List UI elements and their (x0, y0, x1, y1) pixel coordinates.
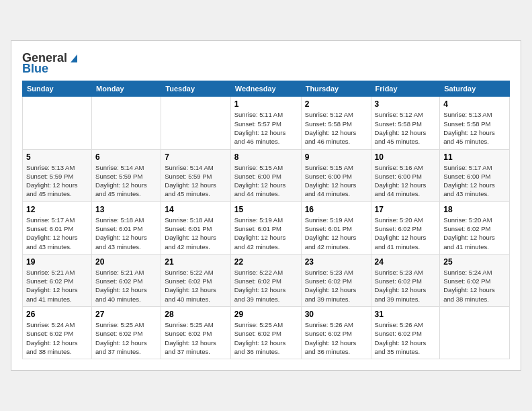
calendar-week-0: 1Sunrise: 5:11 AM Sunset: 5:57 PM Daylig… (23, 97, 510, 149)
calendar-week-3: 19Sunrise: 5:21 AM Sunset: 6:02 PM Dayli… (23, 254, 510, 306)
day-info: Sunrise: 5:17 AM Sunset: 6:01 PM Dayligh… (26, 216, 88, 251)
calendar-cell: 11Sunrise: 5:17 AM Sunset: 6:00 PM Dayli… (440, 149, 510, 201)
calendar-cell (92, 97, 161, 149)
day-number: 4 (443, 99, 506, 109)
calendar-cell: 24Sunrise: 5:23 AM Sunset: 6:02 PM Dayli… (371, 254, 440, 306)
calendar-header: General Blue (22, 52, 510, 76)
calendar-cell: 25Sunrise: 5:24 AM Sunset: 6:02 PM Dayli… (440, 254, 510, 306)
calendar-cell: 28Sunrise: 5:25 AM Sunset: 6:02 PM Dayli… (161, 307, 230, 359)
day-info: Sunrise: 5:18 AM Sunset: 6:01 PM Dayligh… (165, 216, 226, 251)
calendar-cell: 29Sunrise: 5:25 AM Sunset: 6:02 PM Dayli… (230, 307, 301, 359)
calendar-grid: SundayMondayTuesdayWednesdayThursdayFrid… (22, 81, 510, 359)
day-number: 8 (234, 152, 298, 162)
day-number: 17 (375, 205, 437, 214)
calendar-cell: 16Sunrise: 5:19 AM Sunset: 6:01 PM Dayli… (301, 201, 371, 254)
day-number: 19 (26, 257, 88, 267)
day-info: Sunrise: 5:14 AM Sunset: 5:59 PM Dayligh… (165, 163, 226, 199)
day-info: Sunrise: 5:16 AM Sunset: 6:00 PM Dayligh… (375, 163, 437, 199)
calendar-week-1: 5Sunrise: 5:13 AM Sunset: 5:59 PM Daylig… (23, 149, 510, 201)
day-number: 20 (95, 257, 157, 267)
day-info: Sunrise: 5:22 AM Sunset: 6:02 PM Dayligh… (234, 268, 298, 304)
day-info: Sunrise: 5:24 AM Sunset: 6:02 PM Dayligh… (443, 268, 506, 304)
day-number: 18 (443, 205, 506, 214)
day-info: Sunrise: 5:12 AM Sunset: 5:58 PM Dayligh… (305, 110, 367, 146)
calendar-cell: 22Sunrise: 5:22 AM Sunset: 6:02 PM Dayli… (230, 254, 301, 306)
weekday-header-monday: Monday (92, 81, 161, 97)
weekday-header-thursday: Thursday (301, 81, 371, 97)
weekday-header-row: SundayMondayTuesdayWednesdayThursdayFrid… (23, 81, 510, 97)
calendar-cell: 5Sunrise: 5:13 AM Sunset: 5:59 PM Daylig… (23, 149, 92, 201)
day-info: Sunrise: 5:22 AM Sunset: 6:02 PM Dayligh… (165, 268, 226, 304)
calendar-cell: 30Sunrise: 5:26 AM Sunset: 6:02 PM Dayli… (301, 307, 371, 359)
calendar-cell: 31Sunrise: 5:26 AM Sunset: 6:02 PM Dayli… (371, 307, 440, 359)
weekday-header-sunday: Sunday (23, 81, 92, 97)
day-number: 15 (234, 205, 298, 214)
day-number: 2 (305, 99, 367, 109)
calendar-cell: 23Sunrise: 5:23 AM Sunset: 6:02 PM Dayli… (301, 254, 371, 306)
day-info: Sunrise: 5:13 AM Sunset: 5:58 PM Dayligh… (443, 110, 506, 146)
day-number: 11 (443, 152, 506, 162)
day-info: Sunrise: 5:19 AM Sunset: 6:01 PM Dayligh… (234, 216, 298, 251)
calendar-cell: 18Sunrise: 5:20 AM Sunset: 6:02 PM Dayli… (440, 201, 510, 254)
day-info: Sunrise: 5:23 AM Sunset: 6:02 PM Dayligh… (305, 268, 367, 304)
calendar-cell: 1Sunrise: 5:11 AM Sunset: 5:57 PM Daylig… (230, 97, 301, 149)
day-info: Sunrise: 5:19 AM Sunset: 6:01 PM Dayligh… (305, 216, 367, 251)
day-number: 14 (165, 205, 226, 214)
day-number: 16 (305, 205, 367, 214)
calendar-cell: 10Sunrise: 5:16 AM Sunset: 6:00 PM Dayli… (371, 149, 440, 201)
day-info: Sunrise: 5:12 AM Sunset: 5:58 PM Dayligh… (375, 110, 437, 146)
day-info: Sunrise: 5:17 AM Sunset: 6:00 PM Dayligh… (443, 163, 506, 199)
calendar-cell: 19Sunrise: 5:21 AM Sunset: 6:02 PM Dayli… (23, 254, 92, 306)
calendar-container: General Blue SundayMondayTuesdayWednesda… (11, 40, 521, 371)
day-number: 27 (95, 310, 157, 319)
day-info: Sunrise: 5:20 AM Sunset: 6:02 PM Dayligh… (443, 216, 506, 251)
day-info: Sunrise: 5:15 AM Sunset: 6:00 PM Dayligh… (305, 163, 367, 199)
calendar-cell (440, 307, 510, 359)
day-info: Sunrise: 5:24 AM Sunset: 6:02 PM Dayligh… (26, 320, 88, 356)
weekday-header-tuesday: Tuesday (161, 81, 230, 97)
svg-marker-0 (71, 54, 77, 62)
day-info: Sunrise: 5:23 AM Sunset: 6:02 PM Dayligh… (375, 268, 437, 304)
logo: General Blue (22, 52, 80, 76)
calendar-cell: 2Sunrise: 5:12 AM Sunset: 5:58 PM Daylig… (301, 97, 371, 149)
calendar-cell: 9Sunrise: 5:15 AM Sunset: 6:00 PM Daylig… (301, 149, 371, 201)
day-info: Sunrise: 5:26 AM Sunset: 6:02 PM Dayligh… (305, 320, 367, 356)
day-number: 21 (165, 257, 226, 267)
weekday-header-wednesday: Wednesday (230, 81, 301, 97)
day-number: 5 (26, 152, 88, 162)
calendar-cell: 20Sunrise: 5:21 AM Sunset: 6:02 PM Dayli… (92, 254, 161, 306)
day-number: 6 (95, 152, 157, 162)
weekday-header-saturday: Saturday (440, 81, 510, 97)
day-number: 9 (305, 152, 367, 162)
day-info: Sunrise: 5:14 AM Sunset: 5:59 PM Dayligh… (95, 163, 157, 199)
day-number: 28 (165, 310, 226, 319)
day-number: 22 (234, 257, 298, 267)
day-number: 31 (375, 310, 437, 319)
day-info: Sunrise: 5:26 AM Sunset: 6:02 PM Dayligh… (375, 320, 437, 356)
day-number: 3 (375, 99, 437, 109)
day-info: Sunrise: 5:11 AM Sunset: 5:57 PM Dayligh… (234, 110, 298, 146)
calendar-cell: 8Sunrise: 5:15 AM Sunset: 6:00 PM Daylig… (230, 149, 301, 201)
calendar-cell: 4Sunrise: 5:13 AM Sunset: 5:58 PM Daylig… (440, 97, 510, 149)
calendar-cell: 14Sunrise: 5:18 AM Sunset: 6:01 PM Dayli… (161, 201, 230, 254)
day-number: 26 (26, 310, 88, 319)
day-info: Sunrise: 5:21 AM Sunset: 6:02 PM Dayligh… (95, 268, 157, 304)
calendar-cell: 21Sunrise: 5:22 AM Sunset: 6:02 PM Dayli… (161, 254, 230, 306)
logo-blue-text: Blue (22, 62, 80, 76)
day-info: Sunrise: 5:13 AM Sunset: 5:59 PM Dayligh… (26, 163, 88, 199)
day-number: 10 (375, 152, 437, 162)
calendar-cell (161, 97, 230, 149)
calendar-cell: 26Sunrise: 5:24 AM Sunset: 6:02 PM Dayli… (23, 307, 92, 359)
day-number: 25 (443, 257, 506, 267)
calendar-cell: 3Sunrise: 5:12 AM Sunset: 5:58 PM Daylig… (371, 97, 440, 149)
day-number: 23 (305, 257, 367, 267)
day-info: Sunrise: 5:15 AM Sunset: 6:00 PM Dayligh… (234, 163, 298, 199)
day-number: 29 (234, 310, 298, 319)
day-number: 12 (26, 205, 88, 214)
day-number: 1 (234, 99, 298, 109)
day-number: 7 (165, 152, 226, 162)
calendar-cell: 12Sunrise: 5:17 AM Sunset: 6:01 PM Dayli… (23, 201, 92, 254)
weekday-header-friday: Friday (371, 81, 440, 97)
calendar-cell: 7Sunrise: 5:14 AM Sunset: 5:59 PM Daylig… (161, 149, 230, 201)
day-info: Sunrise: 5:25 AM Sunset: 6:02 PM Dayligh… (165, 320, 226, 356)
